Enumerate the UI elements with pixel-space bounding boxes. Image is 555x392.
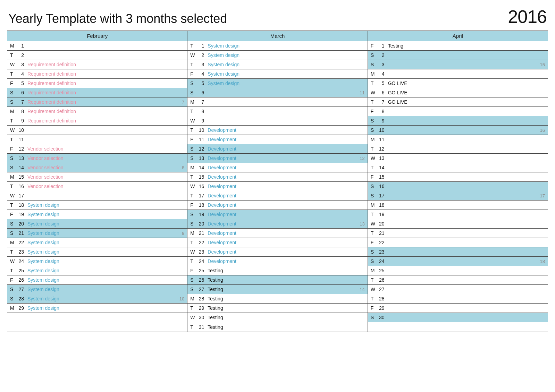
day-of-week: S bbox=[10, 155, 16, 161]
day-of-week: F bbox=[10, 212, 16, 217]
day-of-week: S bbox=[10, 296, 16, 301]
day-entry: System design bbox=[27, 287, 184, 292]
day-of-week: T bbox=[10, 249, 16, 255]
day-number: 16 bbox=[196, 184, 204, 189]
day-entry: Testing bbox=[208, 287, 364, 292]
week-number: 8 bbox=[182, 165, 184, 170]
day-number: 9 bbox=[377, 118, 385, 123]
day-row: T15Development bbox=[187, 172, 367, 182]
day-row: T19 bbox=[368, 210, 548, 219]
day-number: 4 bbox=[377, 71, 385, 77]
day-of-week: S bbox=[190, 146, 196, 152]
day-entry: Development bbox=[208, 146, 364, 152]
day-number: 9 bbox=[196, 118, 204, 123]
day-number: 25 bbox=[377, 268, 385, 273]
day-row: M14Development bbox=[187, 163, 367, 172]
day-of-week: S bbox=[190, 221, 196, 227]
day-entry: Vendor selection bbox=[27, 165, 184, 170]
day-entry: Development bbox=[208, 155, 364, 161]
day-entry: Testing bbox=[208, 296, 364, 301]
day-number: 20 bbox=[377, 221, 385, 227]
day-entry: Development bbox=[208, 184, 364, 189]
day-of-week: T bbox=[371, 146, 377, 152]
day-number: 27 bbox=[377, 287, 385, 292]
day-number: 10 bbox=[196, 127, 204, 133]
day-row: S28System design10 bbox=[7, 294, 187, 304]
day-row: M11 bbox=[368, 135, 548, 144]
day-of-week: S bbox=[10, 221, 16, 227]
day-of-week: F bbox=[10, 277, 16, 283]
day-row: S6Requirement definition bbox=[7, 88, 187, 97]
day-of-week: T bbox=[371, 296, 377, 301]
day-entry: System design bbox=[27, 296, 184, 301]
day-row bbox=[7, 313, 187, 322]
day-number: 2 bbox=[16, 52, 24, 58]
day-number: 8 bbox=[377, 109, 385, 114]
day-row: T1System design bbox=[187, 41, 367, 51]
day-of-week: T bbox=[10, 268, 16, 273]
day-number: 5 bbox=[196, 80, 204, 86]
day-of-week: S bbox=[371, 249, 377, 255]
day-of-week: S bbox=[190, 90, 196, 95]
day-number: 13 bbox=[196, 155, 204, 161]
day-row bbox=[7, 322, 187, 332]
day-of-week: T bbox=[371, 277, 377, 283]
day-row bbox=[368, 322, 548, 332]
day-entry: Testing bbox=[208, 268, 364, 273]
day-row: F8 bbox=[368, 107, 548, 116]
day-number: 11 bbox=[16, 137, 24, 142]
week-number: 17 bbox=[540, 193, 545, 198]
day-of-week: T bbox=[10, 184, 16, 189]
day-row: S315 bbox=[368, 60, 548, 69]
day-row: S20Development13 bbox=[187, 219, 367, 229]
day-entry: System design bbox=[27, 221, 184, 227]
day-row: F5Requirement definition bbox=[7, 79, 187, 88]
day-of-week: S bbox=[190, 277, 196, 283]
day-number: 21 bbox=[16, 230, 24, 236]
day-of-week: S bbox=[371, 52, 377, 58]
month-column: MarchT1System designW2System designT3Sys… bbox=[187, 31, 368, 332]
day-row: S2 bbox=[368, 51, 548, 60]
day-of-week: T bbox=[10, 118, 16, 123]
day-of-week: M bbox=[10, 174, 16, 180]
day-row: S611 bbox=[187, 88, 367, 97]
day-of-week: T bbox=[371, 230, 377, 236]
day-number: 12 bbox=[377, 146, 385, 152]
day-entry: System design bbox=[27, 230, 184, 236]
day-number: 24 bbox=[16, 258, 24, 264]
day-number: 29 bbox=[196, 305, 204, 311]
day-entry: Requirement definition bbox=[27, 62, 184, 67]
day-entry: Testing bbox=[388, 43, 545, 49]
day-row: F4System design bbox=[187, 69, 367, 79]
day-row: T17Development bbox=[187, 191, 367, 201]
day-row: T5GO LIVE bbox=[368, 79, 548, 88]
day-row: S27System design bbox=[7, 285, 187, 294]
day-row: T12 bbox=[368, 144, 548, 154]
day-row: S7Requirement definition7 bbox=[7, 97, 187, 107]
day-number: 19 bbox=[196, 212, 204, 217]
day-row: S16 bbox=[368, 182, 548, 191]
day-of-week: T bbox=[190, 174, 196, 180]
day-number: 19 bbox=[377, 212, 385, 217]
day-row: S21System design9 bbox=[7, 229, 187, 238]
day-of-week: W bbox=[190, 52, 196, 58]
day-number: 7 bbox=[16, 99, 24, 105]
day-of-week: T bbox=[190, 240, 196, 245]
day-row: W17 bbox=[7, 191, 187, 201]
day-entry: Development bbox=[208, 202, 364, 208]
day-of-week: S bbox=[190, 287, 196, 292]
day-row: W2System design bbox=[187, 51, 367, 60]
day-entry: Requirement definition bbox=[27, 90, 184, 95]
day-of-week: T bbox=[10, 52, 16, 58]
day-of-week: M bbox=[190, 99, 196, 105]
day-number: 1 bbox=[377, 43, 385, 49]
day-number: 17 bbox=[196, 193, 204, 198]
day-of-week: S bbox=[190, 155, 196, 161]
day-number: 31 bbox=[196, 324, 204, 330]
day-of-week: F bbox=[371, 305, 377, 311]
day-number: 13 bbox=[16, 155, 24, 161]
day-entry: Requirement definition bbox=[27, 71, 184, 77]
day-of-week: T bbox=[10, 137, 16, 142]
day-number: 21 bbox=[196, 230, 204, 236]
day-of-week: T bbox=[190, 109, 196, 114]
